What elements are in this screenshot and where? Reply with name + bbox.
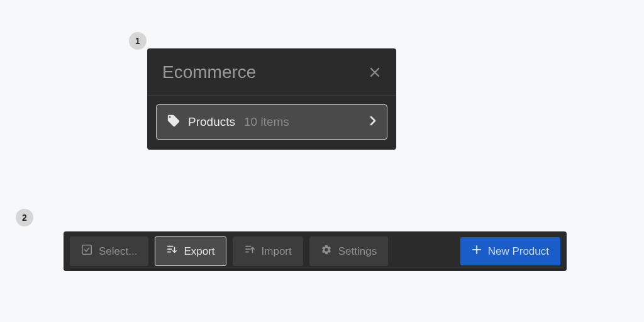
export-icon [166,244,177,258]
svg-rect-0 [82,245,91,254]
export-button[interactable]: Export [155,236,226,266]
import-label: Import [262,245,292,258]
tag-icon [167,114,180,130]
panel-header: Ecommerce [147,48,396,96]
gear-icon [321,244,332,258]
chevron-right-icon [369,116,377,128]
toolbar: Select... Export Import [64,231,567,271]
close-icon[interactable] [369,66,381,79]
panel-body: Products 10 items [147,96,396,150]
settings-label: Settings [338,245,377,258]
step-badge-1: 1 [129,32,147,50]
collection-label: Products [188,115,235,129]
panel-title: Ecommerce [162,62,256,82]
new-product-label: New Product [488,245,549,258]
plus-icon [472,245,482,258]
checkbox-icon [81,244,92,258]
export-label: Export [184,245,214,258]
new-product-button[interactable]: New Product [460,237,560,265]
step-badge-2: 2 [16,209,33,226]
select-label: Select... [99,245,137,258]
ecommerce-panel: Ecommerce Products 10 items [147,48,396,150]
collection-count: 10 items [244,115,289,129]
import-icon [244,244,255,258]
import-button[interactable]: Import [233,236,303,266]
products-collection-button[interactable]: Products 10 items [156,104,387,140]
settings-button[interactable]: Settings [309,236,388,266]
select-button[interactable]: Select... [70,236,148,266]
